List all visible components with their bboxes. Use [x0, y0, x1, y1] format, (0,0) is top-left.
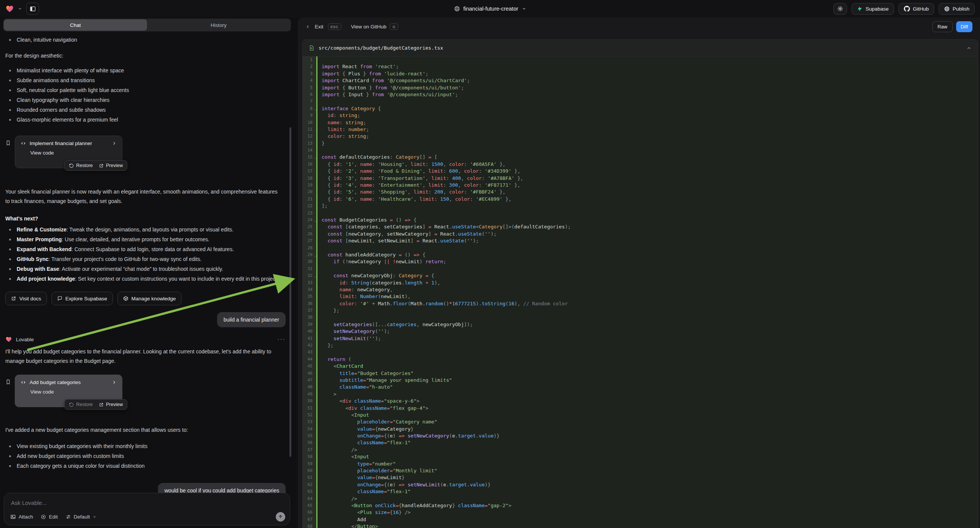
code-line[interactable]: 26 const [newCategory, setNewCategory] =… [303, 231, 978, 237]
code-line[interactable]: 5import { Button } from '@/components/ui… [303, 84, 978, 91]
visit-docs-button[interactable]: Visit docs [5, 292, 47, 305]
code-line[interactable]: 37 }; [303, 307, 978, 314]
code-line[interactable]: 12 color: string; [303, 133, 978, 140]
bookmark-icon[interactable] [5, 140, 11, 146]
sidebar-toggle-button[interactable] [26, 3, 39, 15]
view-code-link[interactable]: View code [30, 389, 117, 395]
code-line[interactable]: 11 limit: number; [303, 126, 978, 133]
code-line[interactable]: 56 className="flex-1" [303, 439, 978, 446]
code-line[interactable]: 20 { id: '5', name: 'Shopping', limit: 2… [303, 189, 978, 196]
code-line[interactable]: 64 /> [303, 495, 978, 502]
exit-button[interactable]: Exit ESC [305, 24, 341, 30]
code-line[interactable]: 28 [303, 245, 978, 251]
code-line[interactable]: 50 <div className="space-y-6"> [303, 398, 978, 404]
code-line[interactable]: 42 }; [303, 342, 978, 349]
code-line[interactable]: 32⌄ const newCategoryObj: Category = { [303, 272, 978, 279]
code-line[interactable]: 13} [303, 140, 978, 147]
code-line[interactable]: 52 <Input [303, 412, 978, 418]
code-line[interactable]: 8⌄interface Category { [303, 105, 978, 112]
tab-chat[interactable]: Chat [4, 19, 147, 31]
code-line[interactable]: 19 { id: '4', name: 'Entertainment', lim… [303, 182, 978, 189]
project-chevron-down-icon[interactable] [522, 6, 526, 11]
code-line[interactable]: 4import ChartCard from '@/components/ui/… [303, 77, 978, 84]
code-line[interactable]: 23 [303, 210, 978, 217]
lovable-logo-heart-icon[interactable] [5, 5, 14, 13]
code-line[interactable]: 41 setNewLimit(''); [303, 335, 978, 342]
manage-knowledge-button[interactable]: Manage knowledge [118, 292, 181, 305]
code-line[interactable]: 27 const [newLimit, setNewLimit] = React… [303, 237, 978, 244]
code-line[interactable]: 34 name: newCategory, [303, 286, 978, 293]
preview-button[interactable]: Preview [99, 163, 123, 168]
explore-supabase-button[interactable]: Explore Supabase [51, 292, 113, 305]
collapse-chevron-up-icon[interactable] [966, 45, 972, 51]
code-line[interactable]: 36 color: '#' + Math.floor(Math.random()… [303, 301, 978, 307]
code-line[interactable]: 9 id: string; [303, 112, 978, 119]
tab-history[interactable]: History [147, 19, 290, 31]
attach-button[interactable]: Attach [10, 514, 33, 520]
chat-scrollbar[interactable] [290, 127, 291, 457]
code-line[interactable]: 31 [303, 266, 978, 272]
code-line[interactable]: 1 [303, 56, 978, 63]
preview-button[interactable]: Preview [99, 402, 123, 407]
code-line[interactable]: 58 <Input [303, 453, 978, 460]
code-line[interactable]: 46 title="Budget Categories" [303, 370, 978, 377]
code-line[interactable]: 33 id: String(categories.length + 1), [303, 280, 978, 286]
restore-button[interactable]: Restore [69, 402, 93, 407]
code-line[interactable]: 24⌄const BudgetCategories = () => { [303, 217, 978, 223]
code-line[interactable]: 40 setNewCategory(''); [303, 328, 978, 335]
code-line[interactable]: 15⌄const defaultCategories: Category[] =… [303, 154, 978, 161]
code-line[interactable]: 47 subtitle="Manage your spending limits… [303, 377, 978, 384]
restore-button[interactable]: Restore [69, 163, 93, 168]
version-card-add-budget-categories[interactable]: Add budget categories View code Restore [15, 375, 123, 407]
code-line[interactable]: 49 > [303, 391, 978, 398]
code-line[interactable]: 59 type="number" [303, 461, 978, 468]
diff-button[interactable]: Diff [956, 21, 972, 32]
code-line[interactable]: 44 return ( [303, 356, 978, 363]
code-line[interactable]: 66 <Plus size={16} /> [303, 509, 978, 516]
code-line[interactable]: 65 <Button onClick={handleAddCategory} c… [303, 502, 978, 509]
code-line[interactable]: 17 { id: '2', name: 'Food & Dining', lim… [303, 168, 978, 175]
chevron-right-icon[interactable] [112, 380, 117, 385]
file-header[interactable]: src/components/budget/BudgetCategories.t… [303, 40, 978, 56]
workspace-chevron-down-icon[interactable] [18, 6, 22, 11]
publish-button[interactable]: Publish [939, 3, 975, 15]
settings-button[interactable] [834, 3, 847, 15]
code-line[interactable]: 55 onChange={(e) => setNewCategory(e.tar… [303, 433, 978, 439]
version-card-implement-financial-planner[interactable]: Implement financial planner View code Re… [15, 135, 123, 168]
message-menu-ellipsis-icon[interactable]: ··· [277, 336, 286, 343]
code-line[interactable]: 62 onChange={(e) => setNewLimit(e.target… [303, 482, 978, 488]
code-line[interactable]: 43 [303, 349, 978, 356]
code-line[interactable]: 30 if (!newCategory || !newLimit) return… [303, 258, 978, 265]
code-line[interactable]: 21 { id: '6', name: 'Healthcare', limit:… [303, 196, 978, 203]
supabase-button[interactable]: Supabase [851, 3, 894, 15]
chevron-right-icon[interactable] [112, 141, 117, 146]
code-line[interactable]: 54 value={newCategory} [303, 426, 978, 433]
code-line[interactable]: 2import React from 'react'; [303, 63, 978, 70]
code-line[interactable]: 61 value={newLimit} [303, 474, 978, 481]
code-line[interactable]: 48 className="h-auto" [303, 384, 978, 391]
code-line[interactable]: 14 [303, 147, 978, 154]
code-line[interactable]: 60 placeholder="Monthly limit" [303, 468, 978, 474]
code-editor[interactable]: 12import React from 'react';3import { Pl… [303, 56, 978, 528]
github-button[interactable]: GitHub [899, 3, 934, 15]
mode-selector[interactable]: Default [65, 514, 97, 520]
code-line[interactable]: 10 name: string; [303, 119, 978, 126]
code-line[interactable]: 18 { id: '3', name: 'Transportation', li… [303, 175, 978, 182]
bookmark-icon[interactable] [5, 379, 11, 385]
edit-button[interactable]: Edit [41, 514, 57, 520]
code-line[interactable]: 45 <ChartCard [303, 363, 978, 370]
code-line[interactable]: 68 </Button> [303, 523, 978, 528]
code-line[interactable]: 63 className="flex-1" [303, 488, 978, 495]
raw-button[interactable]: Raw [932, 21, 953, 32]
view-on-github-button[interactable]: View on GitHub G [351, 24, 398, 30]
view-code-link[interactable]: View code [30, 150, 117, 156]
code-line[interactable]: 67 Add [303, 516, 978, 523]
code-line[interactable]: 6import { Input } from '@/components/ui/… [303, 91, 978, 98]
send-button[interactable] [276, 512, 285, 522]
project-name[interactable]: financial-future-creator [463, 6, 518, 12]
chat-input[interactable] [11, 498, 283, 507]
code-line[interactable]: 29⌄ const handleAddCategory = () => { [303, 251, 978, 258]
code-line[interactable]: 22]; [303, 203, 978, 210]
code-line[interactable]: 35 limit: Number(newLimit), [303, 293, 978, 300]
code-line[interactable]: 7 [303, 98, 978, 105]
